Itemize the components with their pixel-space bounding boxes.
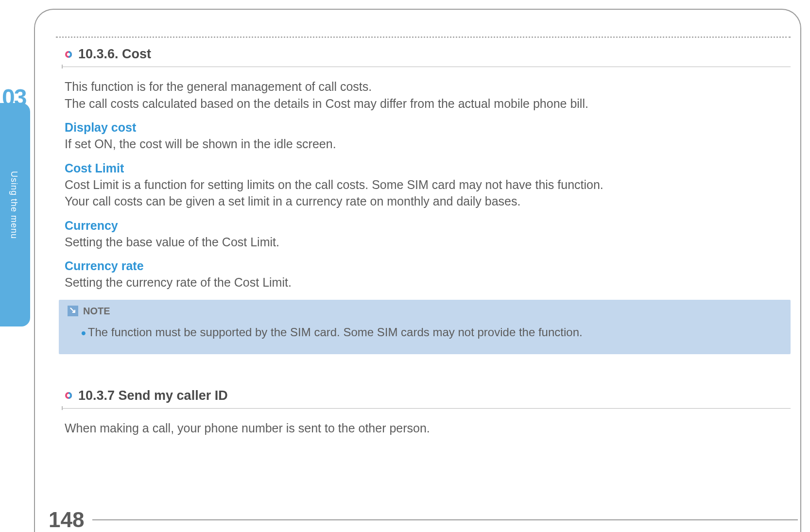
note-arrow-icon [68, 306, 78, 316]
heading-rule [62, 406, 791, 410]
main-content: 10.3.6. Cost This function is for the ge… [56, 36, 791, 445]
section-intro: When making a call, your phone number is… [65, 420, 791, 437]
sub-body: Setting the base value of the Cost Limit… [65, 234, 791, 251]
sub-body: Setting the currency rate of the Cost Li… [65, 274, 791, 291]
note-label: NOTE [83, 306, 110, 317]
svg-point-3 [67, 394, 70, 397]
svg-point-1 [67, 52, 70, 55]
note-box: NOTE •The function must be supported by … [59, 300, 791, 354]
sub-heading-currency: Currency [65, 219, 791, 233]
section-intro: This function is for the general managem… [65, 78, 791, 112]
side-tab: 03 Using the menu [0, 87, 34, 340]
note-header: NOTE [68, 306, 782, 317]
tab-body: Using the menu [0, 103, 30, 326]
sub-heading-display-cost: Display cost [65, 120, 791, 135]
chapter-number: 03 [2, 84, 26, 111]
note-item: •The function must be supported by the S… [81, 324, 782, 343]
sub-body: Cost Limit is a function for setting lim… [65, 176, 791, 210]
page-number: 148 [49, 508, 84, 532]
section-title: 10.3.7 Send my caller ID [78, 388, 228, 403]
dotted-separator [56, 36, 791, 38]
bullet-icon [65, 51, 72, 58]
sub-heading-cost-limit: Cost Limit [65, 161, 791, 175]
sub-heading-currency-rate: Currency rate [65, 259, 791, 273]
section-heading-cost: 10.3.6. Cost [65, 47, 791, 62]
tab-label: Using the menu [9, 171, 19, 239]
heading-rule [62, 65, 791, 69]
sub-body: If set ON, the cost will be shown in the… [65, 136, 791, 153]
section-heading-caller-id: 10.3.7 Send my caller ID [65, 388, 791, 403]
footer-rule [92, 519, 798, 520]
note-text: The function must be supported by the SI… [88, 325, 583, 338]
section-title: 10.3.6. Cost [78, 47, 151, 62]
bullet-icon [65, 392, 72, 399]
note-dot-icon: • [81, 326, 86, 341]
